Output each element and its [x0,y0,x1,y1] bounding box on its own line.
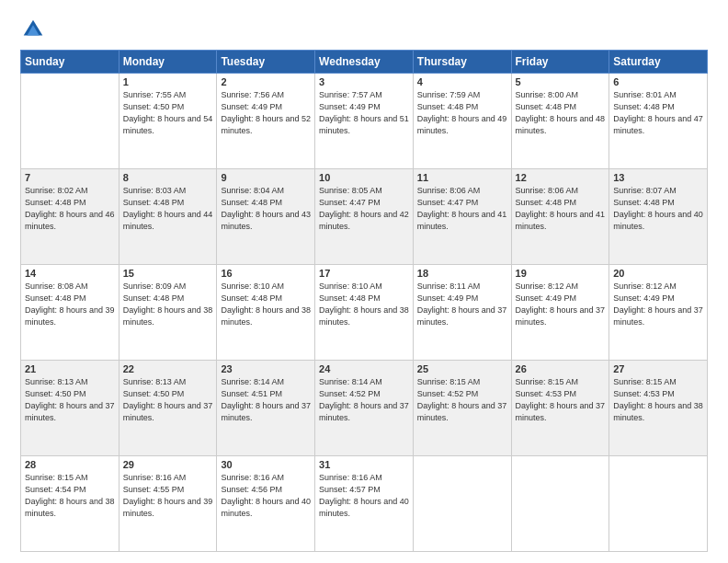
day-number: 1 [123,76,213,87]
calendar-week-row: 1Sunrise: 7:55 AMSunset: 4:50 PMDaylight… [21,74,708,169]
day-number: 20 [613,268,703,279]
day-info: Sunrise: 8:10 AMSunset: 4:48 PMDaylight:… [221,281,311,328]
day-number: 19 [516,268,606,279]
weekday-header: Saturday [609,51,708,74]
day-number: 21 [25,363,115,374]
day-number: 2 [221,76,311,87]
day-number: 16 [221,268,311,279]
calendar-cell: 1Sunrise: 7:55 AMSunset: 4:50 PMDaylight… [119,74,217,169]
day-info: Sunrise: 8:05 AMSunset: 4:47 PMDaylight:… [319,185,409,233]
header [20,17,708,42]
calendar-cell [609,456,708,552]
calendar: SundayMondayTuesdayWednesdayThursdayFrid… [20,50,708,552]
calendar-cell: 13Sunrise: 8:07 AMSunset: 4:48 PMDayligh… [609,169,708,265]
day-number: 7 [25,172,115,183]
day-number: 28 [25,459,115,470]
calendar-cell: 23Sunrise: 8:14 AMSunset: 4:51 PMDayligh… [217,361,315,456]
day-info: Sunrise: 8:09 AMSunset: 4:48 PMDaylight:… [123,281,213,328]
day-number: 4 [417,76,507,87]
calendar-cell: 21Sunrise: 8:13 AMSunset: 4:50 PMDayligh… [21,361,119,456]
day-info: Sunrise: 8:15 AMSunset: 4:53 PMDaylight:… [613,376,703,424]
calendar-cell [511,456,609,552]
calendar-cell: 19Sunrise: 8:12 AMSunset: 4:49 PMDayligh… [511,265,609,361]
day-info: Sunrise: 7:56 AMSunset: 4:49 PMDaylight:… [221,89,311,137]
calendar-cell [413,456,511,552]
day-info: Sunrise: 8:16 AMSunset: 4:57 PMDaylight:… [319,472,409,520]
day-info: Sunrise: 8:02 AMSunset: 4:48 PMDaylight:… [25,185,115,233]
calendar-week-row: 14Sunrise: 8:08 AMSunset: 4:48 PMDayligh… [21,265,708,361]
day-number: 25 [417,363,507,374]
day-info: Sunrise: 8:10 AMSunset: 4:48 PMDaylight:… [319,281,409,328]
day-info: Sunrise: 8:06 AMSunset: 4:47 PMDaylight:… [417,185,507,233]
day-number: 8 [123,172,213,183]
weekday-header-row: SundayMondayTuesdayWednesdayThursdayFrid… [21,51,708,74]
day-info: Sunrise: 8:13 AMSunset: 4:50 PMDaylight:… [25,376,115,424]
calendar-cell: 28Sunrise: 8:15 AMSunset: 4:54 PMDayligh… [21,456,119,552]
logo [20,17,50,42]
day-number: 6 [613,76,703,87]
calendar-cell: 24Sunrise: 8:14 AMSunset: 4:52 PMDayligh… [315,361,414,456]
day-info: Sunrise: 8:11 AMSunset: 4:49 PMDaylight:… [417,281,507,328]
day-number: 13 [613,172,703,183]
day-info: Sunrise: 8:06 AMSunset: 4:48 PMDaylight:… [516,185,606,233]
day-number: 5 [516,76,606,87]
day-info: Sunrise: 8:14 AMSunset: 4:51 PMDaylight:… [221,376,311,424]
day-info: Sunrise: 8:16 AMSunset: 4:56 PMDaylight:… [221,472,311,520]
calendar-week-row: 28Sunrise: 8:15 AMSunset: 4:54 PMDayligh… [21,456,708,552]
calendar-cell: 26Sunrise: 8:15 AMSunset: 4:53 PMDayligh… [511,361,609,456]
logo-icon [20,17,46,42]
day-number: 18 [417,268,507,279]
day-number: 17 [319,268,409,279]
day-info: Sunrise: 8:16 AMSunset: 4:55 PMDaylight:… [123,472,213,520]
day-info: Sunrise: 8:04 AMSunset: 4:48 PMDaylight:… [221,185,311,233]
weekday-header: Tuesday [217,51,315,74]
day-number: 10 [319,172,409,183]
day-info: Sunrise: 7:55 AMSunset: 4:50 PMDaylight:… [123,89,213,137]
day-number: 9 [221,172,311,183]
day-number: 30 [221,459,311,470]
calendar-cell: 17Sunrise: 8:10 AMSunset: 4:48 PMDayligh… [315,265,414,361]
weekday-header: Monday [119,51,217,74]
calendar-cell [21,74,119,169]
calendar-cell: 27Sunrise: 8:15 AMSunset: 4:53 PMDayligh… [609,361,708,456]
calendar-cell: 31Sunrise: 8:16 AMSunset: 4:57 PMDayligh… [315,456,414,552]
day-info: Sunrise: 8:14 AMSunset: 4:52 PMDaylight:… [319,376,409,424]
day-number: 31 [319,459,409,470]
day-number: 11 [417,172,507,183]
day-number: 29 [123,459,213,470]
calendar-cell: 7Sunrise: 8:02 AMSunset: 4:48 PMDaylight… [21,169,119,265]
calendar-cell: 9Sunrise: 8:04 AMSunset: 4:48 PMDaylight… [217,169,315,265]
day-info: Sunrise: 8:08 AMSunset: 4:48 PMDaylight:… [25,281,115,328]
calendar-cell: 30Sunrise: 8:16 AMSunset: 4:56 PMDayligh… [217,456,315,552]
calendar-cell: 20Sunrise: 8:12 AMSunset: 4:49 PMDayligh… [609,265,708,361]
day-number: 24 [319,363,409,374]
day-info: Sunrise: 8:07 AMSunset: 4:48 PMDaylight:… [613,185,703,233]
day-number: 22 [123,363,213,374]
calendar-cell: 14Sunrise: 8:08 AMSunset: 4:48 PMDayligh… [21,265,119,361]
page: SundayMondayTuesdayWednesdayThursdayFrid… [0,0,728,563]
day-number: 23 [221,363,311,374]
weekday-header: Thursday [413,51,511,74]
calendar-cell: 12Sunrise: 8:06 AMSunset: 4:48 PMDayligh… [511,169,609,265]
calendar-cell: 6Sunrise: 8:01 AMSunset: 4:48 PMDaylight… [609,74,708,169]
calendar-cell: 25Sunrise: 8:15 AMSunset: 4:52 PMDayligh… [413,361,511,456]
calendar-cell: 16Sunrise: 8:10 AMSunset: 4:48 PMDayligh… [217,265,315,361]
calendar-week-row: 21Sunrise: 8:13 AMSunset: 4:50 PMDayligh… [21,361,708,456]
day-number: 15 [123,268,213,279]
day-number: 3 [319,76,409,87]
calendar-cell: 8Sunrise: 8:03 AMSunset: 4:48 PMDaylight… [119,169,217,265]
day-info: Sunrise: 8:15 AMSunset: 4:54 PMDaylight:… [25,472,115,520]
day-number: 27 [613,363,703,374]
day-info: Sunrise: 8:01 AMSunset: 4:48 PMDaylight:… [613,89,703,137]
calendar-cell: 15Sunrise: 8:09 AMSunset: 4:48 PMDayligh… [119,265,217,361]
day-number: 12 [516,172,606,183]
calendar-cell: 11Sunrise: 8:06 AMSunset: 4:47 PMDayligh… [413,169,511,265]
calendar-cell: 29Sunrise: 8:16 AMSunset: 4:55 PMDayligh… [119,456,217,552]
day-info: Sunrise: 8:03 AMSunset: 4:48 PMDaylight:… [123,185,213,233]
day-info: Sunrise: 8:13 AMSunset: 4:50 PMDaylight:… [123,376,213,424]
day-info: Sunrise: 7:59 AMSunset: 4:48 PMDaylight:… [417,89,507,137]
calendar-cell: 5Sunrise: 8:00 AMSunset: 4:48 PMDaylight… [511,74,609,169]
calendar-cell: 2Sunrise: 7:56 AMSunset: 4:49 PMDaylight… [217,74,315,169]
weekday-header: Sunday [21,51,119,74]
calendar-week-row: 7Sunrise: 8:02 AMSunset: 4:48 PMDaylight… [21,169,708,265]
